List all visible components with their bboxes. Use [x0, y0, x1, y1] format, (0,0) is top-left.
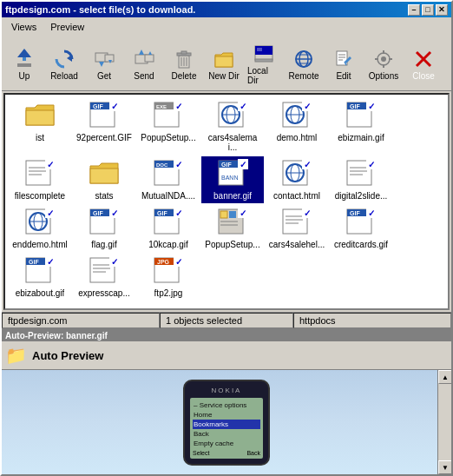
toolbar-up[interactable]: Up	[5, 44, 43, 83]
svg-text:DOC: DOC	[156, 162, 168, 168]
file-item[interactable]: ✓ contact.html	[266, 156, 328, 203]
svg-rect-95	[229, 211, 236, 218]
checkmark-icon: ✓	[238, 159, 248, 169]
svg-text:GIF: GIF	[221, 162, 232, 168]
gif-file-icon-2: GIF ✓	[345, 101, 377, 132]
checkmark-icon: ✓	[45, 159, 56, 169]
file-name: cars4salehel...	[269, 240, 325, 249]
localdir-icon	[252, 42, 276, 66]
file-name: contact.html	[273, 191, 320, 201]
preview-scrollbar: ▲ ▼	[437, 370, 451, 474]
file-item[interactable]: GIF ✓ flag.gif	[73, 205, 135, 252]
svg-text:GIF: GIF	[29, 259, 39, 265]
jpg-file-icon: JPG ✓	[153, 256, 184, 288]
menu-views[interactable]: Views	[5, 19, 43, 35]
svg-rect-38	[383, 64, 384, 68]
svg-rect-22	[257, 48, 262, 51]
close-x-icon	[411, 47, 436, 71]
send-icon	[132, 47, 156, 71]
file-item[interactable]: ✓ cars4salemai...	[201, 98, 264, 155]
file-item[interactable]: ✓ digital2slide...	[330, 156, 392, 203]
file-item-selected[interactable]: GIF BANN ✓ banner.gif	[201, 156, 264, 203]
phone-brand: NOKIA	[190, 387, 263, 394]
file-item[interactable]: ✓ enddemo.html	[9, 205, 71, 252]
gif-file-icon-4: GIF ✓	[153, 208, 184, 239]
file-item[interactable]: ✓ expresscap...	[73, 254, 135, 301]
reload-icon	[52, 47, 76, 71]
checkmark-icon: ✓	[45, 208, 56, 218]
options-icon	[371, 47, 396, 71]
file-name: ebizmain.gif	[338, 133, 384, 142]
file-item[interactable]: ✓ filescomplete	[9, 156, 71, 203]
svg-rect-14	[181, 51, 187, 54]
file-name: enddemo.html	[12, 240, 67, 249]
file-list: ist GIF ✓ 92percent.GIF EXE ✓	[3, 93, 450, 310]
toolbar-newdir-label: New Dir	[208, 71, 240, 81]
svg-marker-3	[67, 55, 72, 62]
toolbar: Up Reload Get	[2, 36, 451, 91]
gif-file-icon-3: GIF ✓	[89, 208, 120, 239]
checkmark-icon: ✓	[109, 256, 120, 267]
file-item[interactable]: ✓ PopupSetup...	[201, 205, 264, 252]
file-generic-icon-2: ✓	[345, 159, 377, 190]
svg-text:GIF: GIF	[157, 210, 167, 216]
minimize-button[interactable]: –	[408, 4, 420, 16]
file-item[interactable]: ✓ demo.html	[266, 98, 328, 155]
file-item[interactable]: GIF ✓ 92percent.GIF	[73, 98, 135, 155]
file-item[interactable]: stats	[73, 156, 135, 203]
toolbar-reload[interactable]: Reload	[45, 44, 83, 83]
toolbar-localdir[interactable]: Local Dir	[245, 39, 283, 88]
file-name: cars4salemai...	[204, 133, 261, 152]
file-item[interactable]: GIF ✓ creditcards.gif	[330, 205, 392, 252]
toolbar-edit[interactable]: Edit	[325, 44, 363, 83]
get-icon	[92, 47, 116, 71]
remote-icon	[292, 47, 316, 71]
file-item[interactable]: GIF ✓ ebizmain.gif	[330, 98, 392, 155]
toolbar-delete[interactable]: Delete	[165, 44, 203, 83]
phone-menu-empty-cache: Empty cache	[193, 439, 260, 448]
maximize-button[interactable]: □	[422, 4, 434, 16]
svg-rect-67	[90, 169, 118, 183]
toolbar-newdir[interactable]: New Dir	[205, 44, 243, 83]
svg-rect-94	[220, 211, 227, 218]
toolbar-remote[interactable]: Remote	[285, 44, 323, 83]
svg-marker-9	[139, 50, 144, 55]
toolbar-get-label: Get	[97, 71, 111, 81]
toolbar-send[interactable]: Send	[125, 44, 163, 83]
phone-nav-select: Select	[193, 450, 209, 456]
file-name: MutualNDA....	[141, 191, 195, 201]
phone-menu-back: Back	[193, 429, 260, 439]
svg-marker-11	[148, 51, 152, 55]
edit-icon	[332, 47, 356, 71]
svg-text:EXE: EXE	[156, 104, 167, 109]
close-window-button[interactable]: ✕	[436, 4, 448, 16]
file-name: digital2slide...	[335, 191, 388, 201]
toolbar-options[interactable]: Options	[364, 44, 403, 83]
checkmark-icon: ✓	[109, 208, 120, 218]
scroll-up-button[interactable]: ▲	[438, 370, 451, 384]
svg-text:GIF: GIF	[93, 210, 103, 216]
file-generic-icon-4: ✓	[89, 256, 120, 288]
phone-menu-service: – Service options	[193, 400, 260, 410]
preview-section: Auto-Preview: banner.gif 📁 Auto Preview …	[2, 328, 451, 474]
file-item[interactable]: DOC ✓ MutualNDA....	[137, 156, 200, 203]
file-item[interactable]: GIF ✓ 10kcap.gif	[137, 205, 200, 252]
preview-header-title: Auto Preview	[32, 349, 103, 362]
toolbar-close[interactable]: Close	[404, 44, 443, 83]
toolbar-up-label: Up	[19, 71, 30, 81]
scroll-down-button[interactable]: ▼	[438, 460, 451, 474]
file-item[interactable]: ist	[9, 98, 71, 155]
checkmark-icon: ✓	[174, 256, 184, 267]
toolbar-get[interactable]: Get	[85, 44, 123, 83]
phone-menu-home: Home	[193, 410, 260, 420]
file-item[interactable]: GIF ✓ ebizabout.gif	[9, 254, 71, 301]
exe-file-icon: EXE ✓	[153, 101, 184, 132]
file-name: ftp2.jpg	[154, 288, 183, 298]
checkmark-icon: ✓	[238, 101, 248, 111]
file-item[interactable]: ✓ cars4salehel...	[266, 205, 328, 252]
file-item[interactable]: JPG ✓ ftp2.jpg	[137, 254, 200, 301]
checkmark-icon: ✓	[45, 256, 56, 267]
file-item[interactable]: EXE ✓ PopupSetup...	[137, 98, 200, 155]
menu-preview[interactable]: Preview	[44, 19, 90, 35]
toolbar-remote-label: Remote	[288, 71, 318, 81]
